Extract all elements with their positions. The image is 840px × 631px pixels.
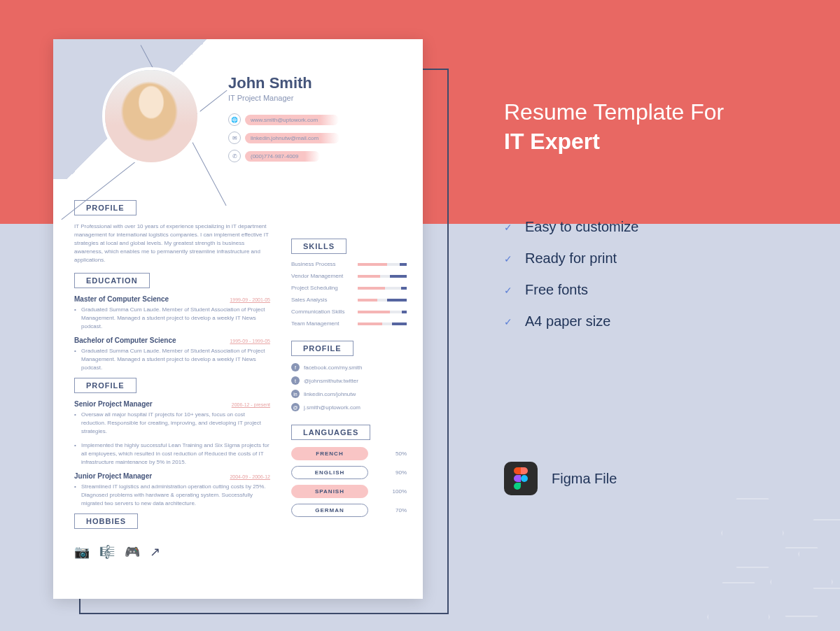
figma-icon (504, 462, 538, 495)
language-pill: SPANISH (291, 485, 368, 498)
language-row: SPANISH100% (291, 485, 407, 498)
language-pill: FRENCH (291, 447, 368, 460)
contact-text: linkedin.johnutw@mail.com (245, 133, 340, 143)
social-row: ffacebook.com/my.smith (291, 363, 407, 371)
social-text: j.smith@uptowork.com (304, 404, 360, 411)
promo-block: Resume Template For IT Expert ✓Easy to c… (504, 98, 798, 345)
contact-row: ✆(000)774-987-4009 (228, 150, 410, 162)
skill-bar (358, 263, 407, 266)
experience-dates: 2006-12 - present (232, 402, 270, 407)
feature-item: ✓Ready for print (504, 250, 798, 267)
experience-title: Senior Project Manager2006-12 - present (74, 400, 270, 408)
feature-text: Easy to customize (525, 219, 638, 235)
feature-text: A4 paper size (525, 313, 610, 329)
experience-bullet: Oversaw all major hospital IT projects f… (74, 411, 270, 436)
social-row: @j.smith@uptowork.com (291, 403, 407, 411)
experience-bullet: Streamlined IT logistics and administrat… (74, 483, 270, 508)
skill-bar (358, 311, 407, 313)
social-row: inlinkedin.com/johnutw (291, 390, 407, 398)
feature-item: ✓A4 paper size (504, 313, 798, 329)
skill-name: Business Process (291, 261, 336, 267)
section-languages-label: LANGUAGES (291, 425, 370, 440)
avatar-photo (102, 67, 200, 165)
language-row: FRENCH50% (291, 447, 407, 460)
social-icon: @ (291, 403, 300, 411)
feature-text: Ready for print (525, 250, 617, 267)
skill-name: Communication Skills (291, 309, 344, 315)
contact-row: 🌐www.smith@uptowork.com (228, 113, 410, 126)
section-hobbies-label: HOBBIES (74, 513, 138, 529)
skill-row: Communication Skills (291, 309, 407, 315)
contact-icon: ✆ (228, 150, 241, 162)
social-text: facebook.com/my.smith (304, 364, 362, 371)
feature-text: Free fonts (525, 282, 588, 298)
contact-row: ✉linkedin.johnutw@mail.com (228, 132, 410, 144)
music-icon: 🎼 (99, 544, 113, 557)
section-education-label: EDUCATION (74, 273, 150, 288)
section-profile-label: PROFILE (74, 200, 136, 215)
skill-row: Vendor Management (291, 273, 407, 279)
experience-bullet: Implemented the highly successful Lean T… (74, 441, 270, 467)
skill-row: Project Scheduling (291, 285, 407, 291)
social-text: linkedin.com/johnutw (304, 391, 356, 397)
hobbies-icons: 📷 🎼 🎮 ↗ (74, 544, 270, 557)
language-pill: ENGLISH (291, 466, 368, 479)
experience-title: Junior Project Manager2004-09 - 2006-12 (74, 472, 270, 480)
resume-right-column: SKILLS Business ProcessVendor Management… (291, 239, 407, 523)
language-row: ENGLISH90% (291, 466, 407, 479)
language-pct: 70% (396, 507, 407, 513)
arrow-icon: ↗ (150, 544, 164, 557)
features-list: ✓Easy to customize✓Ready for print✓Free … (504, 219, 798, 329)
social-icon: t (291, 376, 300, 385)
promo-line2: IT Expert (504, 129, 600, 154)
language-pct: 90% (396, 469, 407, 476)
social-row: t@johnsmithutw.twitter (291, 376, 407, 385)
resume-name: John Smith (228, 74, 410, 92)
figma-label: Figma File (552, 471, 617, 487)
check-icon: ✓ (504, 285, 512, 296)
promo-line1: Resume Template For (504, 99, 724, 125)
resume-left-column: PROFILE IT Professional with over 10 yea… (74, 200, 270, 557)
profile-text: IT Professional with over 10 years of ex… (74, 222, 270, 264)
skill-name: Team Management (291, 320, 339, 327)
skill-name: Sales Analysis (291, 297, 328, 303)
check-icon: ✓ (504, 222, 512, 233)
education-title: Master of Computer Science1999-09 - 2001… (74, 295, 270, 303)
skill-row: Team Management (291, 320, 407, 327)
skill-bar (358, 275, 407, 278)
section-skills-label: SKILLS (291, 239, 346, 254)
skill-bar (358, 299, 407, 302)
skill-row: Business Process (291, 261, 407, 267)
education-dates: 1999-09 - 2001-05 (230, 297, 270, 302)
education-title: Bachelor of Computer Science1995-09 - 19… (74, 336, 270, 344)
social-icon: f (291, 363, 300, 371)
check-icon: ✓ (504, 253, 512, 264)
contact-text: (000)774-987-4009 (245, 151, 320, 162)
resume-role: IT Project Manager (228, 94, 410, 102)
section-experience-label: PROFILE (74, 378, 136, 393)
feature-item: ✓Free fonts (504, 282, 798, 298)
contact-icon: ✉ (228, 132, 241, 144)
hexagon-pattern (630, 456, 840, 631)
social-icon: in (291, 390, 300, 398)
contact-text: www.smith@uptowork.com (245, 115, 339, 125)
camera-icon: 📷 (74, 544, 88, 557)
skill-row: Sales Analysis (291, 297, 407, 303)
check-icon: ✓ (504, 316, 512, 327)
education-desc: Graduated Summa Cum Laude. Member of Stu… (74, 347, 270, 372)
resume-document: John Smith IT Project Manager 🌐www.smith… (53, 39, 423, 599)
svg-point-0 (521, 475, 528, 482)
feature-item: ✓Easy to customize (504, 219, 798, 235)
education-desc: Graduated Summa Cum Laude. Member of Stu… (74, 306, 270, 331)
skill-name: Project Scheduling (291, 285, 338, 291)
contact-icon: 🌐 (228, 113, 241, 126)
section-social-label: PROFILE (291, 341, 354, 356)
skill-bar (358, 287, 407, 290)
language-pill: GERMAN (291, 504, 368, 517)
promo-title: Resume Template For IT Expert (504, 98, 798, 156)
skill-bar (358, 322, 407, 325)
education-dates: 1995-09 - 1999-05 (230, 339, 270, 343)
figma-row: Figma File (504, 462, 617, 495)
language-pct: 100% (393, 488, 407, 495)
gamepad-icon: 🎮 (125, 544, 139, 557)
